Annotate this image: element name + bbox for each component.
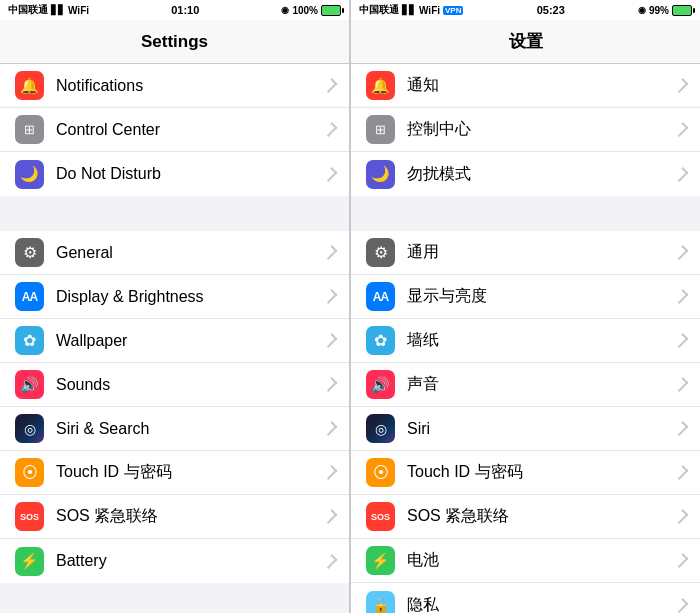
left-row-sounds[interactable]: 🔊 Sounds [0, 363, 349, 407]
right-row-siri[interactable]: ◎ Siri [351, 407, 700, 451]
left-phone-panel: 中国联通 ▋▋ WiFi 01:10 ◉ 100% Settings 🔔 Not… [0, 0, 350, 613]
right-row-sos[interactable]: SOS SOS 紧急联络 [351, 495, 700, 539]
right-sos-label: SOS 紧急联络 [407, 506, 677, 527]
left-carrier: 中国联通 [8, 3, 48, 17]
right-carrier: 中国联通 [359, 3, 399, 17]
control-center-icon: ⊞ [15, 115, 44, 144]
right-battery-bar [672, 5, 692, 16]
right-settings-list: 🔔 通知 ⊞ 控制中心 🌙 勿扰模式 [351, 64, 700, 613]
right-time: 05:23 [537, 4, 565, 16]
right-touch-id-icon: ⦿ [366, 458, 395, 487]
right-row-sounds[interactable]: 🔊 声音 [351, 363, 700, 407]
left-row-general[interactable]: ⚙ General [0, 231, 349, 275]
display-label: Display & Brightness [56, 288, 326, 306]
left-nav-title: Settings [141, 32, 208, 52]
right-row-notifications[interactable]: 🔔 通知 [351, 64, 700, 108]
right-control-center-icon: ⊞ [366, 115, 395, 144]
left-wifi-icon: WiFi [68, 5, 89, 16]
left-row-touch-id[interactable]: ⦿ Touch ID 与密码 [0, 451, 349, 495]
right-privacy-label: 隐私 [407, 595, 677, 614]
left-section-1: 🔔 Notifications ⊞ Control Center 🌙 Do No… [0, 64, 349, 196]
right-general-label: 通用 [407, 242, 677, 263]
right-battery-label: 电池 [407, 550, 677, 571]
left-battery-pct: 100% [292, 5, 318, 16]
sos-icon: SOS [15, 502, 44, 531]
right-notifications-icon: 🔔 [366, 71, 395, 100]
right-sounds-label: 声音 [407, 374, 677, 395]
right-nav-bar: 设置 [351, 20, 700, 64]
left-row-sos[interactable]: SOS SOS 紧急联络 [0, 495, 349, 539]
right-status-bar: 中国联通 ▋▋ WiFi VPN 05:23 ◉ 99% [351, 0, 700, 20]
right-row-wallpaper[interactable]: ✿ 墙纸 [351, 319, 700, 363]
left-row-wallpaper[interactable]: ✿ Wallpaper [0, 319, 349, 363]
touch-id-icon: ⦿ [15, 458, 44, 487]
left-signal: ▋▋ [51, 5, 65, 15]
right-notifications-label: 通知 [407, 75, 677, 96]
battery-label: Battery [56, 552, 326, 570]
right-status-left: 中国联通 ▋▋ WiFi VPN [359, 3, 463, 17]
right-section-2: ⚙ 通用 AA 显示与亮度 ✿ 墙纸 🔊 [351, 231, 700, 613]
right-sos-icon: SOS [366, 502, 395, 531]
right-phone-panel: 中国联通 ▋▋ WiFi VPN 05:23 ◉ 99% 设置 🔔 通知 [350, 0, 700, 613]
right-control-center-label: 控制中心 [407, 119, 677, 140]
right-wifi-icon: WiFi [419, 5, 440, 16]
right-row-do-not-disturb[interactable]: 🌙 勿扰模式 [351, 152, 700, 196]
do-not-disturb-label: Do Not Disturb [56, 165, 326, 183]
left-time: 01:10 [171, 4, 199, 16]
wallpaper-label: Wallpaper [56, 332, 326, 350]
right-battery-pct: 99% [649, 5, 669, 16]
right-nav-title: 设置 [509, 30, 543, 53]
left-section-2: ⚙ General AA Display & Brightness ✿ Wall… [0, 231, 349, 583]
general-label: General [56, 244, 326, 262]
right-touch-id-label: Touch ID 与密码 [407, 462, 677, 483]
left-row-control-center[interactable]: ⊞ Control Center [0, 108, 349, 152]
sounds-label: Sounds [56, 376, 326, 394]
right-wallpaper-icon: ✿ [366, 326, 395, 355]
left-status-bar: 中国联通 ▋▋ WiFi 01:10 ◉ 100% [0, 0, 349, 20]
right-privacy-icon: 🔒 [366, 591, 395, 614]
right-battery-icon: ⚡ [366, 546, 395, 575]
left-nav-bar: Settings [0, 20, 349, 64]
right-row-display[interactable]: AA 显示与亮度 [351, 275, 700, 319]
right-row-touch-id[interactable]: ⦿ Touch ID 与密码 [351, 451, 700, 495]
left-row-battery[interactable]: ⚡ Battery [0, 539, 349, 583]
siri-icon: ◎ [15, 414, 44, 443]
left-status-right: ◉ 100% [281, 5, 341, 16]
battery-icon: ⚡ [15, 547, 44, 576]
right-signal: ▋▋ [402, 5, 416, 15]
notifications-icon: 🔔 [15, 71, 44, 100]
right-section-1: 🔔 通知 ⊞ 控制中心 🌙 勿扰模式 [351, 64, 700, 196]
right-row-privacy[interactable]: 🔒 隐私 [351, 583, 700, 613]
display-icon: AA [15, 282, 44, 311]
left-row-do-not-disturb[interactable]: 🌙 Do Not Disturb [0, 152, 349, 196]
right-siri-icon: ◎ [366, 414, 395, 443]
left-section-gap-1 [0, 196, 349, 231]
wallpaper-icon: ✿ [15, 326, 44, 355]
left-battery-bar [321, 5, 341, 16]
left-status-left: 中国联通 ▋▋ WiFi [8, 3, 89, 17]
right-row-general[interactable]: ⚙ 通用 [351, 231, 700, 275]
right-sounds-icon: 🔊 [366, 370, 395, 399]
left-settings-list: 🔔 Notifications ⊞ Control Center 🌙 Do No… [0, 64, 349, 613]
sos-label: SOS 紧急联络 [56, 506, 326, 527]
do-not-disturb-icon: 🌙 [15, 160, 44, 189]
left-battery-icon: ◉ [281, 5, 289, 15]
siri-label: Siri & Search [56, 420, 326, 438]
right-do-not-disturb-icon: 🌙 [366, 160, 395, 189]
right-siri-label: Siri [407, 420, 677, 438]
right-display-label: 显示与亮度 [407, 286, 677, 307]
right-row-battery[interactable]: ⚡ 电池 [351, 539, 700, 583]
right-general-icon: ⚙ [366, 238, 395, 267]
left-row-notifications[interactable]: 🔔 Notifications [0, 64, 349, 108]
right-vpn-badge: VPN [443, 6, 463, 15]
right-do-not-disturb-label: 勿扰模式 [407, 164, 677, 185]
left-row-display[interactable]: AA Display & Brightness [0, 275, 349, 319]
sounds-icon: 🔊 [15, 370, 44, 399]
left-row-siri[interactable]: ◎ Siri & Search [0, 407, 349, 451]
right-battery-icon: ◉ [638, 5, 646, 15]
touch-id-label: Touch ID 与密码 [56, 462, 326, 483]
right-row-control-center[interactable]: ⊞ 控制中心 [351, 108, 700, 152]
control-center-label: Control Center [56, 121, 326, 139]
right-wallpaper-label: 墙纸 [407, 330, 677, 351]
right-status-right: ◉ 99% [638, 5, 692, 16]
